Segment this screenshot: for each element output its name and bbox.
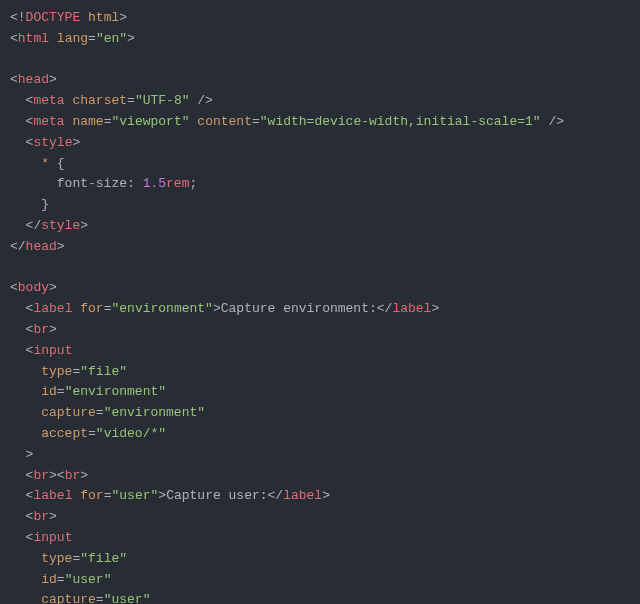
line: </style>: [10, 218, 88, 233]
line: * {: [10, 156, 65, 171]
line: <head>: [10, 72, 57, 87]
line: <label for="environment">Capture environ…: [10, 301, 439, 316]
line: <br>: [10, 509, 57, 524]
line: <body>: [10, 280, 57, 295]
line: <meta name="viewport" content="width=dev…: [10, 114, 564, 129]
line: font-size: 1.5rem;: [10, 176, 197, 191]
line: type="file": [10, 551, 127, 566]
line: <input: [10, 530, 72, 545]
line: </head>: [10, 239, 65, 254]
line: accept="video/*": [10, 426, 166, 441]
line: <input: [10, 343, 72, 358]
line: <label for="user">Capture user:</label>: [10, 488, 330, 503]
line: capture="user": [10, 592, 150, 604]
line: >: [10, 447, 33, 462]
line: <br>: [10, 322, 57, 337]
code-block: <!DOCTYPE html> <html lang="en"> <head> …: [10, 8, 630, 604]
line: <style>: [10, 135, 80, 150]
line: id="environment": [10, 384, 166, 399]
line: <meta charset="UTF-8" />: [10, 93, 213, 108]
line: id="user": [10, 572, 111, 587]
line: <html lang="en">: [10, 31, 135, 46]
line: type="file": [10, 364, 127, 379]
line: <!DOCTYPE html>: [10, 10, 127, 25]
line: capture="environment": [10, 405, 205, 420]
line: }: [10, 197, 49, 212]
line: <br><br>: [10, 468, 88, 483]
